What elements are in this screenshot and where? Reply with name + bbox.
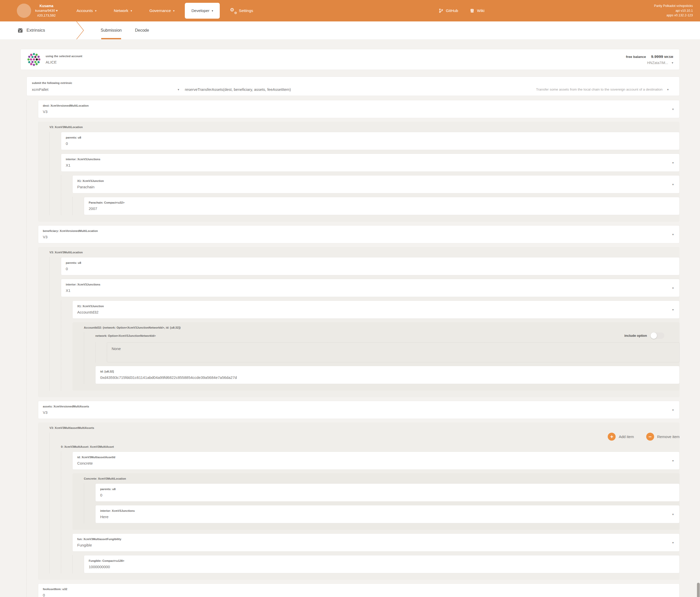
group-label: V3: XcmV3MultiLocation [49,251,680,254]
account-address-dropdown[interactable]: HNZata7iM... ▾ [647,61,674,65]
extrinsic-card: submit the following extrinsic xcmPallet… [26,76,680,96]
add-item-button[interactable]: + Add item [608,433,634,440]
beneficiary-v3-group: V3: XcmV3MultiLocation parents: u8 0 int… [38,247,680,397]
free-balance-label: free balance [626,55,646,59]
dest-interior-select[interactable]: interior: XcmV3Junctions X1 ▾ [61,153,680,172]
chevron-down-icon: ▾ [667,88,669,91]
dest-x1-select[interactable]: X1: XcmV3Junction Parachain ▾ [72,175,680,193]
beneficiary-x1-select[interactable]: X1: XcmV3Junction AccountId32 ▾ [72,301,680,319]
account-card: using the selected account ALICE free ba… [20,49,680,70]
include-option-label: include option [624,334,647,337]
free-balance-unit: MKSM [664,55,673,58]
chevron-down-icon: ▾ [672,233,674,236]
wiki-link[interactable]: Wiki [466,8,489,13]
extrinsic-label: submit the following extrinsic [32,81,72,85]
group-label: Concrete: XcmV3MultiLocation [84,477,680,480]
gear-icon: ⚙⚙ [230,8,236,14]
asset-fun-select[interactable]: fun: XcmV3MultiassetFungibility Fungible… [72,533,680,552]
page-title: Extrinsics [0,21,45,39]
remove-item-button[interactable]: − Remove item [646,433,680,440]
menu-developer[interactable]: Developer▾ [185,3,220,19]
network-option-label: network: Option<XcmV3JunctionNetworkId> [95,334,156,337]
chain-selector[interactable]: Kusama kusama/9430 ▾ #20,173,592 [0,4,58,18]
param-beneficiary-select[interactable]: beneficiary: XcmVersionedMultiLocation V… [38,225,680,243]
apps-version: apps v0.132.2-123 [654,13,693,18]
method-select[interactable]: reserveTransferAssets(dest, beneficiary,… [185,87,674,92]
github-link[interactable]: GitHub [435,8,462,13]
node-info: Parity Polkadot vchopsticks api v10.10.1… [654,4,700,18]
assets-v3-group: V3: XcmV3MultiassetMultiAssets + Add ite… [38,423,680,580]
group-label: V3: XcmV3MultiassetMultiAssets [49,426,680,429]
node-name: Parity Polkadot vchopsticks [654,4,693,8]
multiasset-item-label: 0: XcmV3MultiAsset: XcmV3MultiAsset [61,445,680,448]
menu-governance[interactable]: Governance▾ [141,0,183,21]
accountid32-group: AccountId32: {network: Option<XcmV3Junct… [72,322,680,390]
fungible-amount-input[interactable]: Fungible: Compact<u128> 1000000000 [84,555,680,573]
concrete-interior-select[interactable]: interior: XcmV3Junctions Here ▾ [95,505,680,523]
chain-name: Kusama [35,4,58,9]
chevron-down-icon: ▾ [173,9,175,13]
concrete-group: Concrete: XcmV3MultiLocation parents: u8… [72,473,680,530]
account-identicon [27,52,41,67]
group-label: AccountId32: {network: Option<XcmV3Junct… [84,326,680,329]
account-name: ALICE [46,60,82,64]
beneficiary-id-input[interactable]: id: [u8;32] 0xd43593c715fdd31c61141abd04… [95,366,680,384]
pallet-select[interactable]: xcmPallet ▾ [32,87,185,92]
param-fee-asset-input[interactable]: feeAssetItem: u32 0 [38,583,680,597]
network-none-value: None [107,342,680,362]
chevron-down-icon: ▾ [130,9,132,13]
minus-icon: − [646,433,654,440]
chevron-down-icon: ▾ [672,61,673,65]
git-branch-icon [439,8,443,13]
chevron-down-icon: ▾ [178,88,179,91]
plus-icon: + [608,433,616,440]
dest-parents-input[interactable]: parents: u8 0 [61,132,680,150]
api-version: api v10.10.1 [654,8,693,13]
dest-v3-group: V3: XcmV3MultiLocation parents: u8 0 int… [38,122,680,222]
param-assets-select[interactable]: assets: XcmVersionedMultiAssets V3 ▾ [38,401,680,419]
chevron-down-icon: ▾ [672,183,674,186]
tab-decode[interactable]: Decode [128,21,155,39]
include-option-toggle[interactable] [651,332,664,339]
chain-logo [17,4,31,18]
chevron-down-icon: ▾ [672,512,674,516]
chevron-down-icon: ▾ [95,9,97,13]
tab-bar: Extrinsics Submission Decode [0,21,700,39]
chain-endpoint: kusama/9430 [35,9,55,13]
chevron-down-icon: ▾ [672,408,674,412]
book-icon [470,8,474,13]
group-label: V3: XcmV3MultiLocation [49,125,680,128]
beneficiary-parents-input[interactable]: parents: u8 0 [61,257,680,275]
menu-accounts[interactable]: Accounts▾ [68,0,105,21]
method-description: Transfer some assets from the local chai… [536,88,662,91]
chevron-down-icon: ▾ [672,161,674,165]
chevron-down-icon: ▾ [672,541,674,545]
chevron-down-icon: ▾ [212,9,214,13]
chevron-down-icon: ▾ [672,286,674,290]
extrinsics-icon [17,28,23,33]
chevron-down-icon: ▾ [672,308,674,311]
toggle-knob [651,332,657,339]
beneficiary-interior-select[interactable]: interior: XcmV3Junctions X1 ▾ [61,279,680,297]
asset-id-select[interactable]: id: XcmV3MultiassetAssetId Concrete ▾ [72,452,680,470]
param-dest-select[interactable]: dest: XcmVersionedMultiLocation V3 ▾ [38,100,680,118]
menu-settings[interactable]: ⚙⚙ Settings [221,0,262,21]
chain-block-number: #20,173,592 [35,13,58,18]
free-balance-value: 9.9999 [651,54,663,59]
main-menu: Accounts▾ Network▾ Governance▾ Developer… [68,0,262,21]
account-select-label: using the selected account [46,55,82,58]
chevron-down-icon: ▾ [56,9,58,13]
chevron-down-icon: ▾ [672,459,674,462]
chevron-divider [76,21,85,39]
page-scrollbar-thumb[interactable] [697,583,700,597]
account-address-short: HNZata7iM... [647,61,668,65]
chevron-down-icon: ▾ [672,108,674,111]
tab-submission[interactable]: Submission [94,21,128,39]
dest-parachain-input[interactable]: Parachain: Compact<u32> 2007 [84,197,680,215]
menu-network[interactable]: Network▾ [105,0,141,21]
top-navbar: Kusama kusama/9430 ▾ #20,173,592 Account… [0,0,700,21]
concrete-parents-input[interactable]: parents: u8 0 [95,483,680,502]
